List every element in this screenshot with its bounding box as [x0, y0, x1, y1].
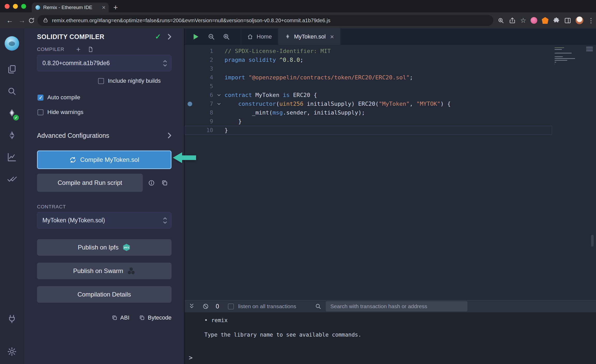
solidity-compiler-panel: SOLIDITY COMPILER ✓ COMPILER + 0.8.20+co… [24, 28, 184, 364]
metamask-icon[interactable] [542, 17, 548, 24]
share-icon[interactable] [509, 17, 516, 24]
code-line-9[interactable]: 9 } [185, 117, 552, 126]
svg-text:IPFS: IPFS [124, 246, 129, 249]
compilation-details-button[interactable]: Compilation Details [37, 286, 172, 303]
zoom-out-icon[interactable] [207, 33, 215, 41]
back-icon[interactable]: ← [6, 17, 13, 25]
checkbox-box[interactable] [98, 78, 104, 84]
menu-kebab-icon[interactable]: ⋮ [588, 17, 594, 24]
breakpoint-gutter[interactable] [185, 100, 195, 108]
checkbox-box[interactable] [38, 109, 43, 115]
zoom-icon[interactable] [497, 17, 504, 24]
new-tab-button[interactable]: + [113, 3, 118, 12]
tab-close-icon[interactable]: × [330, 33, 334, 40]
forward-icon[interactable]: → [18, 17, 25, 25]
bookmark-star-icon[interactable]: ☆ [520, 17, 526, 25]
advanced-configurations-toggle[interactable]: Advanced Configurations [37, 132, 172, 139]
compiler-version-select[interactable]: 0.8.20+commit.a1b79de6 [37, 55, 172, 71]
publish-ipfs-button[interactable]: Publish on Ipfs IPFS [37, 239, 172, 256]
code-text: constructor(uint256 initialSupply) ERC20… [225, 100, 451, 108]
tab-mytoken-sol[interactable]: MyToken.sol × [278, 28, 340, 45]
window-zoom-button[interactable] [21, 4, 26, 9]
sidebar-item-settings[interactable] [6, 346, 18, 357]
reload-icon[interactable] [28, 17, 35, 24]
terminal-search-icon [315, 303, 322, 310]
code-line-5[interactable]: 5 [185, 82, 552, 91]
settings-gear-icon [7, 347, 17, 357]
breakpoint-gutter[interactable] [185, 73, 195, 82]
hide-warnings-checkbox[interactable]: Hide warnings [38, 109, 172, 116]
sidebar-item-search[interactable] [6, 86, 18, 97]
extension-pink-icon[interactable] [531, 17, 537, 24]
run-script-play-icon[interactable] [191, 32, 200, 41]
compiler-section-label: COMPILER [37, 47, 64, 52]
url-bar[interactable]: remix.ethereum.org/#lang=en&optimize=fal… [38, 15, 493, 26]
copy-abi-button[interactable]: ABI [112, 314, 129, 321]
checkbox-box[interactable] [38, 95, 43, 101]
copy-icon[interactable] [161, 180, 168, 186]
sidebar-item-deploy-run[interactable] [6, 130, 18, 141]
breakpoint-gutter[interactable] [185, 56, 195, 64]
compile-button[interactable]: Compile MyToken.sol [37, 150, 172, 169]
fold-chevron-icon[interactable] [213, 91, 225, 100]
chevron-right-icon[interactable] [168, 34, 172, 40]
fold-chevron-icon[interactable] [213, 100, 225, 108]
breakpoint-dot[interactable] [188, 102, 192, 106]
side-panel-icon[interactable] [564, 17, 571, 24]
terminal-search-input[interactable] [326, 301, 467, 312]
copy-bytecode-button[interactable]: Bytecode [139, 314, 172, 321]
zoom-in-icon[interactable] [222, 33, 230, 41]
remix-logo[interactable] [5, 36, 19, 51]
breakpoint-gutter[interactable] [185, 117, 195, 126]
auto-compile-checkbox[interactable]: Auto compile [38, 94, 172, 101]
code-line-6[interactable]: 6contract MyToken is ERC20 { [185, 91, 552, 100]
tab-close-icon[interactable]: × [102, 4, 106, 11]
browser-tab[interactable]: Remix - Ethereum IDE × [32, 3, 109, 12]
profile-avatar[interactable] [576, 17, 583, 24]
tab-home[interactable]: Home [241, 28, 278, 45]
add-compiler-icon[interactable]: + [76, 47, 81, 52]
sidebar-item-solidity-compiler[interactable]: ✓ [6, 108, 18, 119]
contract-select[interactable]: MyToken (MyToken.sol) [37, 212, 172, 229]
publish-swarm-button[interactable]: Publish on Swarm [37, 263, 172, 279]
sidebar-item-analysis[interactable] [6, 151, 18, 163]
minimap-slider-icon[interactable] [586, 47, 593, 52]
editor-minimap[interactable] [555, 47, 579, 65]
editor-scrollbar-thumb[interactable] [591, 235, 594, 247]
breakpoint-gutter[interactable] [185, 47, 195, 56]
code-line-4[interactable]: 4import "@openzeppelin/contracts/token/E… [185, 73, 552, 82]
extensions-puzzle-icon[interactable] [553, 17, 560, 24]
open-compiler-file-icon[interactable] [87, 46, 94, 52]
include-nightly-checkbox[interactable]: Include nightly builds [98, 78, 172, 84]
code-line-8[interactable]: 8 _mint(msg.sender, initialSupply); [185, 108, 552, 117]
expand-terminal-icon[interactable] [188, 303, 195, 310]
compile-and-run-button[interactable]: Compile and Run script [37, 174, 143, 192]
clear-listen-icon[interactable] [202, 303, 209, 310]
breakpoint-gutter[interactable] [185, 64, 195, 73]
sidebar-item-file-explorer[interactable] [6, 64, 18, 75]
file-explorer-icon [7, 64, 17, 74]
code-editor[interactable]: 1// SPDX-License-Identifier: MIT2pragma … [185, 45, 596, 300]
publish-swarm-label: Publish on Swarm [73, 267, 123, 275]
swarm-icon [127, 267, 135, 275]
listen-all-checkbox[interactable] [228, 304, 234, 309]
sidebar-item-unit-testing[interactable] [6, 173, 18, 185]
annotation-arrow-icon [173, 152, 196, 164]
sidebar-item-plugin-manager[interactable] [6, 313, 18, 325]
remix-favicon-icon [35, 5, 40, 10]
copy-icon [112, 315, 117, 321]
code-line-2[interactable]: 2pragma solidity ^0.8.0; [185, 56, 552, 64]
terminal-prompt[interactable]: > [189, 354, 192, 361]
code-line-10[interactable]: 10} [185, 126, 552, 135]
info-icon[interactable] [148, 180, 155, 186]
fold-gutter [213, 73, 225, 82]
code-line-1[interactable]: 1// SPDX-License-Identifier: MIT [185, 47, 552, 56]
breakpoint-gutter[interactable] [185, 82, 195, 91]
code-line-3[interactable]: 3 [185, 64, 552, 73]
window-close-button[interactable] [5, 4, 10, 9]
code-line-7[interactable]: 7 constructor(uint256 initialSupply) ERC… [185, 100, 552, 108]
breakpoint-gutter[interactable] [185, 126, 195, 135]
window-minimize-button[interactable] [13, 4, 18, 9]
breakpoint-gutter[interactable] [185, 108, 195, 117]
breakpoint-gutter[interactable] [185, 91, 195, 100]
